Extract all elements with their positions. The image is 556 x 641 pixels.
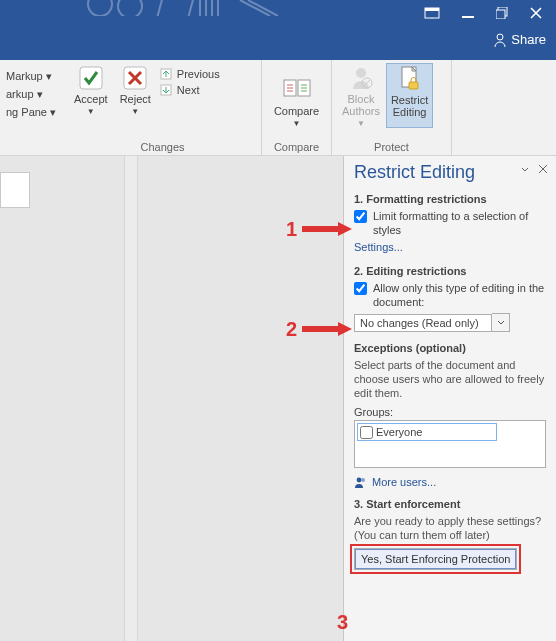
block-authors-button: Block Authors ▼ <box>338 63 384 128</box>
minimize-icon[interactable] <box>462 7 474 19</box>
svg-point-19 <box>357 478 362 483</box>
restrict-editing-pane: Restrict Editing 1. Formatting restricti… <box>344 156 556 641</box>
svg-rect-7 <box>496 10 505 19</box>
editing-type-combo[interactable]: No changes (Read only) <box>354 313 546 332</box>
previous-button[interactable]: Previous <box>159 67 220 81</box>
allow-editing-checkbox[interactable] <box>354 282 367 295</box>
svg-rect-5 <box>462 16 474 18</box>
svg-point-15 <box>356 68 366 78</box>
svg-point-1 <box>118 0 142 16</box>
ribbon: Markup▾ arkup▾ ng Pane▾ Accept ▼ Reject … <box>0 60 556 156</box>
share-button[interactable]: Share <box>493 32 546 47</box>
annotation-2-arrow <box>300 321 352 337</box>
page <box>0 172 30 208</box>
reviewing-pane-dropdown[interactable]: ng Pane▾ <box>6 103 70 121</box>
next-button[interactable]: Next <box>159 83 220 97</box>
exceptions-desc: Select parts of the document and choose … <box>354 358 546 400</box>
annotation-3-number: 3 <box>337 611 348 634</box>
svg-rect-2 <box>157 0 194 16</box>
allow-editing-label: Allow only this type of editing in the d… <box>373 281 546 309</box>
titlebar-decoration <box>80 0 330 16</box>
ribbon-options-icon[interactable] <box>424 7 440 19</box>
share-label: Share <box>511 32 546 47</box>
start-enforcing-button[interactable]: Yes, Start Enforcing Protection <box>354 548 517 570</box>
groups-listbox[interactable]: Everyone <box>354 420 546 468</box>
annotation-2-number: 2 <box>286 318 297 341</box>
groups-label: Groups: <box>354 406 546 418</box>
reject-button[interactable]: Reject ▼ <box>116 63 155 116</box>
markup-dropdown-2[interactable]: arkup▾ <box>6 85 70 103</box>
close-icon[interactable] <box>530 7 542 19</box>
everyone-checkbox[interactable] <box>360 426 373 439</box>
limit-formatting-checkbox[interactable] <box>354 210 367 223</box>
titlebar: Share <box>0 0 556 60</box>
restore-icon[interactable] <box>496 7 508 19</box>
pane-options-icon[interactable] <box>520 164 530 174</box>
restrict-editing-button[interactable]: Restrict Editing <box>386 63 433 128</box>
protect-group-label: Protect <box>338 139 445 153</box>
compare-button[interactable]: Compare ▼ <box>270 75 323 128</box>
more-users-link[interactable]: More users... <box>354 476 546 488</box>
markup-dropdown-1[interactable]: Markup▾ <box>6 67 70 85</box>
document-area: Restrict Editing 1. Formatting restricti… <box>0 156 556 641</box>
annotation-1-number: 1 <box>286 218 297 241</box>
exceptions-heading: Exceptions (optional) <box>354 342 546 354</box>
settings-link[interactable]: Settings... <box>354 241 546 253</box>
svg-point-0 <box>88 0 112 16</box>
everyone-label: Everyone <box>376 426 422 438</box>
annotation-1-arrow <box>300 221 352 237</box>
svg-rect-18 <box>409 82 418 89</box>
pane-close-icon[interactable] <box>538 164 548 174</box>
compare-group-label: Compare <box>268 139 325 153</box>
section-2-heading: 2. Editing restrictions <box>354 265 546 277</box>
limit-formatting-label: Limit formatting to a selection of style… <box>373 209 546 237</box>
svg-point-8 <box>497 34 503 40</box>
chevron-down-icon[interactable] <box>492 313 510 332</box>
pane-title: Restrict Editing <box>354 162 546 183</box>
accept-button[interactable]: Accept ▼ <box>70 63 112 116</box>
section-3-heading: 3. Start enforcement <box>354 498 546 510</box>
section-1-heading: 1. Formatting restrictions <box>354 193 546 205</box>
scroll-split[interactable] <box>124 156 138 641</box>
editing-type-value: No changes (Read only) <box>354 314 492 332</box>
svg-rect-4 <box>425 8 439 11</box>
section-3-desc: Are you ready to apply these settings? (… <box>354 514 546 542</box>
changes-group-label: Changes <box>70 139 255 153</box>
svg-point-20 <box>361 478 365 482</box>
